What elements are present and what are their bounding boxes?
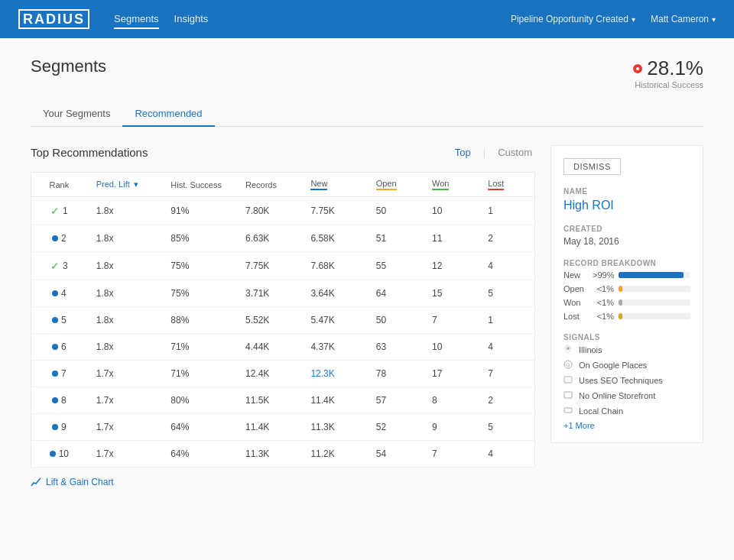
cell-rank: 4: [31, 280, 87, 307]
cell-hist-success: 75%: [161, 280, 236, 307]
cell-won: 17: [423, 361, 479, 387]
cell-won: 7: [423, 307, 479, 334]
dot-icon: [52, 371, 58, 377]
tab-recommended[interactable]: Recommended: [122, 102, 214, 127]
cell-pred-lift: 1.8x: [87, 252, 162, 280]
signal-label: No Online Storefront: [579, 391, 655, 400]
cell-new: 3.64K: [301, 280, 366, 307]
cell-rank: 9: [31, 414, 87, 441]
cell-open: 52: [367, 414, 423, 441]
signal-label: Local Chain: [579, 406, 623, 416]
svg-rect-4: [564, 392, 572, 398]
col-header-records: Records: [236, 173, 301, 197]
breakdown-bar-bg: [619, 272, 690, 278]
cell-new: 5.47K: [301, 307, 366, 334]
breakdown-row-pct: <1%: [593, 312, 614, 321]
table-row[interactable]: 6 1.8x 71% 4.44K 4.37K 63 10 4: [31, 334, 535, 361]
segment-name: High ROI: [563, 199, 690, 212]
col-header-pred-lift[interactable]: Pred. Lift ▾: [87, 173, 162, 197]
panel-breakdown-section: RECORD BREAKDOWN New >99% Open <1% Won <…: [563, 259, 690, 321]
dot-icon: [52, 344, 58, 350]
view-custom[interactable]: Custom: [495, 145, 535, 160]
cell-new: 11.2K: [301, 441, 366, 468]
cell-rank: 7: [31, 361, 87, 387]
signal-item: Illinois: [563, 345, 690, 355]
panel-created-section: CREATED May 18, 2016: [563, 225, 690, 247]
signals-label: SIGNALS: [563, 333, 690, 342]
success-dot-icon: [633, 64, 642, 73]
section-title: Top Recommendations: [31, 146, 148, 159]
view-toggle: Top | Custom: [452, 145, 535, 160]
breakdown-bar-fill: [619, 313, 622, 319]
user-menu[interactable]: Matt Cameron ▾: [651, 14, 716, 24]
breakdown-row: Lost <1%: [563, 312, 690, 321]
cell-open: 51: [367, 225, 423, 252]
svg-point-0: [567, 347, 570, 350]
cell-lost: 4: [479, 334, 534, 361]
cell-records: 11.4K: [236, 414, 301, 441]
cell-hist-success: 88%: [161, 307, 236, 334]
signal-item: Uses SEO Techniques: [563, 375, 690, 386]
table-row[interactable]: 2 1.8x 85% 6.63K 6.58K 51 11 2: [31, 225, 535, 252]
side-panel: DISMISS NAME High ROI CREATED May 18, 20…: [550, 145, 703, 443]
table-row[interactable]: ✓ 1 1.8x 91% 7.80K 7.75K 50 10 1: [31, 197, 535, 225]
cell-rank: ✓ 3: [31, 252, 87, 280]
table-row[interactable]: 9 1.7x 64% 11.4K 11.3K 52 9 5: [31, 414, 535, 441]
table-row[interactable]: 5 1.8x 88% 5.52K 5.47K 50 7 1: [31, 307, 535, 334]
col-header-new: New: [301, 173, 366, 197]
cell-won: 9: [423, 414, 479, 441]
signal-item: G On Google Places: [563, 360, 690, 371]
cell-lost: 1: [479, 197, 534, 225]
nav-insights[interactable]: Insights: [174, 10, 209, 29]
cell-pred-lift: 1.7x: [87, 361, 162, 387]
dot-icon: [52, 235, 58, 241]
sort-arrow-icon: ▾: [134, 180, 138, 189]
tab-your-segments[interactable]: Your Segments: [31, 102, 122, 127]
cell-records: 6.63K: [236, 225, 301, 252]
view-top[interactable]: Top: [452, 145, 474, 160]
signal-label: On Google Places: [579, 361, 647, 370]
breakdown-row-label: Open: [563, 284, 588, 293]
signal-item: No Online Storefront: [563, 390, 690, 401]
breakdown-row-pct: <1%: [593, 298, 614, 307]
breakdown-bars: New >99% Open <1% Won <1% Lost <1%: [563, 270, 690, 321]
cell-hist-success: 64%: [161, 441, 236, 468]
cell-rank: 5: [31, 307, 87, 334]
historical-success-label: Historical Success: [633, 80, 703, 89]
cell-open: 78: [367, 361, 423, 387]
cell-won: 11: [423, 225, 479, 252]
cell-won: 15: [423, 280, 479, 307]
pipeline-selector[interactable]: Pipeline Opportunity Created ▾: [511, 14, 635, 24]
cell-new: 12.3K: [301, 361, 366, 387]
table-row[interactable]: 7 1.7x 71% 12.4K 12.3K 78 17 7: [31, 361, 535, 387]
table-row[interactable]: 4 1.8x 75% 3.71K 3.64K 64 15 5: [31, 280, 535, 307]
cell-lost: 2: [479, 387, 534, 414]
cell-pred-lift: 1.8x: [87, 197, 162, 225]
table-row[interactable]: 8 1.7x 80% 11.5K 11.4K 57 8 2: [31, 387, 535, 414]
cell-pred-lift: 1.7x: [87, 387, 162, 414]
dot-icon: [52, 317, 58, 323]
cell-hist-success: 80%: [161, 387, 236, 414]
created-label: CREATED: [563, 225, 690, 233]
lift-gain-chart-link[interactable]: Lift & Gain Chart: [31, 477, 535, 487]
signals-list: Illinois G On Google Places Uses SEO Tec…: [563, 345, 690, 416]
dot-icon: [52, 424, 58, 430]
page-title: Segments: [31, 57, 106, 76]
table-row[interactable]: 10 1.7x 64% 11.3K 11.2K 54 7 4: [31, 441, 535, 468]
breakdown-row-label: New: [563, 270, 588, 280]
nav-segments[interactable]: Segments: [114, 10, 159, 29]
app-header: RADIUS Segments Insights Pipeline Opport…: [0, 0, 734, 38]
breakdown-bar-bg: [619, 286, 690, 292]
cell-won: 12: [423, 252, 479, 280]
cell-open: 50: [367, 307, 423, 334]
cell-rank: 6: [31, 334, 87, 361]
table-row[interactable]: ✓ 3 1.8x 75% 7.75K 7.68K 55 12 4: [31, 252, 535, 280]
more-signals-link[interactable]: +1 More: [563, 421, 690, 430]
cell-lost: 5: [479, 280, 534, 307]
breakdown-row-pct: >99%: [593, 270, 614, 280]
breakdown-row: Won <1%: [563, 298, 690, 307]
cell-new: 11.4K: [301, 387, 366, 414]
col-header-lost: Lost: [479, 173, 534, 197]
breakdown-row-label: Won: [563, 298, 588, 307]
dismiss-button[interactable]: DISMISS: [563, 158, 621, 175]
